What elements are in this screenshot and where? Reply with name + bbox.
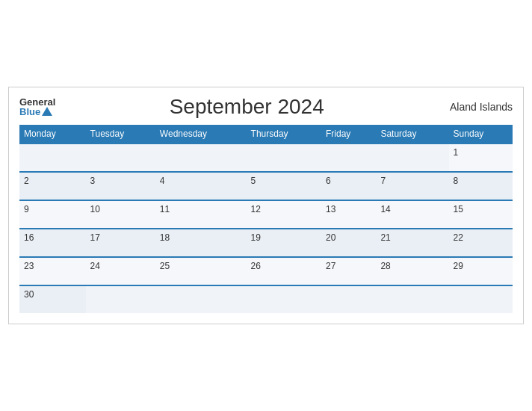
calendar-day-cell: 2 xyxy=(19,172,86,200)
calendar-day-cell xyxy=(86,143,155,172)
calendar-day-cell: 25 xyxy=(155,257,247,285)
calendar-day-cell: 6 xyxy=(321,172,376,200)
calendar-week-row: 1 xyxy=(19,143,513,172)
calendar-day-cell xyxy=(86,285,155,313)
calendar-day-cell: 29 xyxy=(449,257,513,285)
calendar-week-row: 9101112131415 xyxy=(19,200,513,229)
header-sunday: Sunday xyxy=(449,125,513,143)
calendar-day-cell: 24 xyxy=(86,257,155,285)
calendar-day-cell: 20 xyxy=(321,229,376,257)
calendar-day-cell: 19 xyxy=(247,229,321,257)
header-wednesday: Wednesday xyxy=(155,125,247,143)
calendar-day-cell: 21 xyxy=(376,229,448,257)
calendar-day-cell: 12 xyxy=(247,200,321,229)
calendar-day-cell xyxy=(321,143,376,172)
calendar-container: General Blue September 2024 Aland Island… xyxy=(8,87,524,324)
calendar-day-cell: 30 xyxy=(19,285,86,313)
calendar-day-cell: 10 xyxy=(86,200,155,229)
calendar-day-cell: 7 xyxy=(376,172,448,200)
header-tuesday: Tuesday xyxy=(86,125,155,143)
calendar-day-cell: 3 xyxy=(86,172,155,200)
calendar-day-cell xyxy=(247,143,321,172)
calendar-day-cell: 1 xyxy=(449,143,513,172)
calendar-day-cell: 27 xyxy=(321,257,376,285)
calendar-day-cell: 23 xyxy=(19,257,86,285)
calendar-table: Monday Tuesday Wednesday Thursday Friday… xyxy=(19,125,513,313)
region-label: Aland Islands xyxy=(438,101,513,113)
calendar-day-cell: 14 xyxy=(376,200,448,229)
calendar-day-cell: 28 xyxy=(376,257,448,285)
calendar-week-row: 2345678 xyxy=(19,172,513,200)
calendar-week-row: 30 xyxy=(19,285,513,313)
calendar-day-cell: 16 xyxy=(19,229,86,257)
logo-blue-text: Blue xyxy=(19,107,55,117)
header-monday: Monday xyxy=(19,125,86,143)
header-saturday: Saturday xyxy=(376,125,448,143)
calendar-day-cell xyxy=(376,143,448,172)
calendar-day-cell: 13 xyxy=(321,200,376,229)
logo-triangle-icon xyxy=(42,107,52,116)
calendar-day-cell xyxy=(155,285,247,313)
calendar-header: General Blue September 2024 Aland Island… xyxy=(19,95,513,119)
calendar-day-cell: 4 xyxy=(155,172,247,200)
calendar-title: September 2024 xyxy=(55,95,438,119)
calendar-day-cell: 18 xyxy=(155,229,247,257)
logo: General Blue xyxy=(19,97,55,117)
calendar-day-cell: 8 xyxy=(449,172,513,200)
calendar-day-cell xyxy=(376,285,448,313)
calendar-day-cell xyxy=(19,143,86,172)
calendar-day-cell: 11 xyxy=(155,200,247,229)
calendar-day-cell xyxy=(321,285,376,313)
calendar-day-cell: 5 xyxy=(247,172,321,200)
calendar-day-cell xyxy=(247,285,321,313)
calendar-week-row: 23242526272829 xyxy=(19,257,513,285)
weekday-header-row: Monday Tuesday Wednesday Thursday Friday… xyxy=(19,125,513,143)
calendar-day-cell: 9 xyxy=(19,200,86,229)
calendar-day-cell: 22 xyxy=(449,229,513,257)
calendar-week-row: 16171819202122 xyxy=(19,229,513,257)
header-thursday: Thursday xyxy=(247,125,321,143)
calendar-day-cell: 26 xyxy=(247,257,321,285)
calendar-day-cell xyxy=(449,285,513,313)
calendar-day-cell xyxy=(155,143,247,172)
calendar-day-cell: 15 xyxy=(449,200,513,229)
calendar-day-cell: 17 xyxy=(86,229,155,257)
header-friday: Friday xyxy=(321,125,376,143)
